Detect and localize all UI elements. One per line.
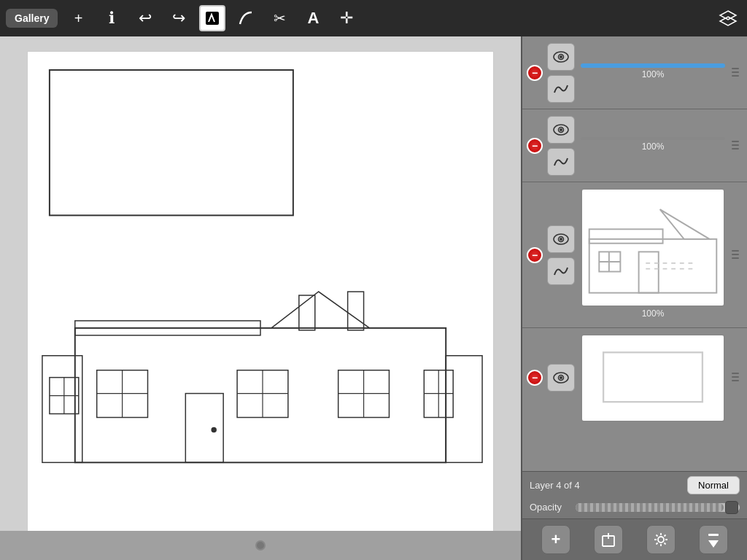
opacity-slider-fill: [576, 503, 724, 512]
layer-thumbnail-1[interactable]: [581, 63, 725, 68]
svg-rect-53: [732, 257, 739, 259]
add-group-button[interactable]: [594, 525, 623, 554]
svg-rect-42: [589, 239, 717, 293]
layer-opacity-3: 100%: [581, 308, 725, 322]
svg-rect-58: [732, 373, 739, 374]
svg-rect-13: [185, 394, 223, 463]
layer-visibility-3[interactable]: [547, 225, 575, 253]
gallery-button[interactable]: Gallery: [6, 9, 58, 28]
svg-rect-31: [732, 71, 739, 73]
layers-button[interactable]: [715, 5, 741, 31]
layer-count-label: Layer 4 of 4: [530, 480, 680, 491]
layer-drag-handle-1[interactable]: [728, 66, 743, 80]
opacity-label: Opacity: [530, 502, 570, 513]
layer-curve-2[interactable]: [547, 148, 575, 176]
add-layer-button[interactable]: +: [541, 525, 570, 554]
layer-delete-4[interactable]: −: [527, 370, 543, 386]
layer-content-4: [581, 334, 725, 422]
drawing-canvas[interactable]: [27, 51, 494, 547]
layer-content-1: 100%: [581, 63, 725, 82]
layer-drag-handle-4[interactable]: [728, 370, 743, 385]
svg-marker-1: [720, 11, 736, 20]
svg-rect-65: [708, 534, 719, 536]
scroll-indicator: [255, 540, 266, 551]
layer-controls-1: [547, 43, 575, 103]
svg-rect-3: [50, 70, 293, 215]
svg-rect-51: [732, 250, 739, 252]
svg-rect-60: [732, 380, 739, 381]
layer-row-1: − 100%: [522, 36, 747, 109]
svg-rect-59: [732, 376, 739, 378]
layer-visibility-1[interactable]: [547, 43, 575, 71]
layer-actions-bar: +: [522, 518, 747, 560]
svg-rect-57: [603, 352, 703, 402]
info-button[interactable]: ℹ: [98, 5, 125, 31]
smudge-tool-button[interactable]: [233, 5, 259, 31]
canvas-area[interactable]: [0, 36, 521, 560]
blend-mode-button[interactable]: Normal: [687, 476, 740, 494]
svg-rect-45: [639, 252, 659, 292]
svg-rect-6: [446, 356, 482, 463]
transform-tool-button[interactable]: ✛: [333, 5, 360, 31]
svg-marker-44: [660, 209, 710, 239]
layer-controls-3: [547, 225, 575, 285]
svg-rect-32: [732, 75, 739, 77]
layer-delete-1[interactable]: −: [527, 65, 543, 81]
layer-controls-4: [547, 364, 575, 392]
layer-thumbnail-3[interactable]: [581, 188, 725, 307]
toolbar: Gallery + ℹ ↩ ↪ ✂ A ✛: [0, 0, 747, 36]
opacity-bar: Opacity: [522, 499, 747, 518]
layer-visibility-4[interactable]: [547, 364, 575, 392]
layer-content-3: 100%: [581, 188, 725, 322]
layer-thumbnail-2[interactable]: [581, 137, 725, 140]
undo-button[interactable]: ↩: [132, 5, 158, 31]
svg-rect-37: [732, 144, 739, 146]
svg-rect-43: [589, 229, 663, 243]
layer-drag-handle-3[interactable]: [728, 248, 743, 262]
layer-delete-3[interactable]: −: [527, 247, 543, 263]
layer-opacity-1: 100%: [581, 69, 725, 82]
layers-list: − 100%: [522, 36, 747, 471]
canvas-scroll-area: [0, 531, 521, 560]
layer-curve-3[interactable]: [547, 257, 575, 285]
layer-row-3: −: [522, 182, 747, 328]
layer-row-4: −: [522, 328, 747, 428]
layer-info-bar: Layer 4 of 4 Normal: [522, 472, 747, 499]
svg-rect-30: [732, 68, 739, 69]
add-tool-button[interactable]: +: [65, 5, 91, 31]
svg-point-29: [560, 55, 562, 58]
layer-delete-2[interactable]: −: [527, 138, 543, 154]
layer-controls-2: [547, 116, 575, 176]
layer-opacity-2: 100%: [581, 141, 725, 155]
svg-rect-9: [348, 292, 364, 330]
svg-point-56: [560, 376, 562, 379]
svg-rect-38: [732, 148, 739, 149]
brush-tool-button[interactable]: [199, 5, 225, 31]
svg-rect-4: [75, 328, 446, 462]
svg-rect-36: [732, 141, 739, 142]
layers-bottom-controls: Layer 4 of 4 Normal Opacity +: [522, 471, 747, 560]
svg-rect-52: [732, 254, 739, 255]
layer-drag-handle-2[interactable]: [728, 139, 743, 153]
svg-marker-2: [720, 17, 736, 26]
svg-point-35: [560, 128, 562, 131]
text-tool-button[interactable]: A: [300, 5, 326, 31]
layer-visibility-2[interactable]: [547, 116, 575, 144]
svg-rect-5: [42, 356, 82, 463]
layer-thumbnail-4[interactable]: [581, 334, 725, 422]
layer-curve-1[interactable]: [547, 75, 575, 103]
svg-point-14: [212, 427, 216, 432]
scissors-tool-button[interactable]: ✂: [266, 5, 293, 31]
redo-button[interactable]: ↪: [166, 5, 192, 31]
move-layer-down-button[interactable]: [699, 525, 728, 554]
layer-row-2: − 100%: [522, 109, 747, 182]
svg-point-64: [658, 537, 664, 542]
layer-settings-button[interactable]: [646, 525, 676, 554]
layer-content-2: 100%: [581, 137, 725, 155]
layers-panel: − 100%: [521, 36, 747, 560]
opacity-slider[interactable]: [576, 503, 740, 512]
svg-marker-66: [708, 540, 719, 548]
opacity-slider-thumb: [725, 501, 738, 514]
svg-point-41: [560, 238, 562, 241]
